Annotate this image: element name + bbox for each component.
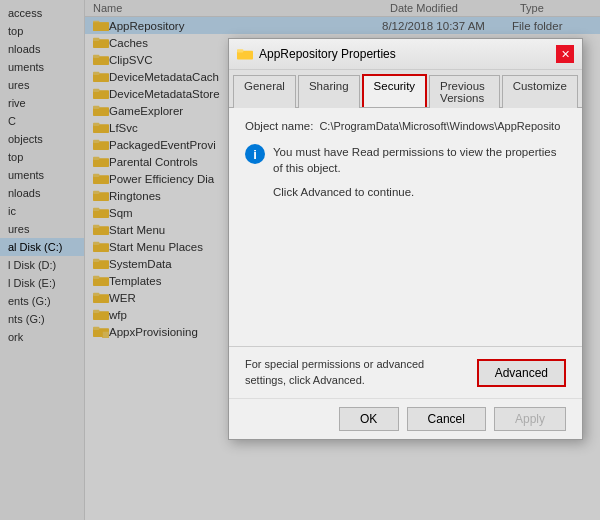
dialog-close-button[interactable]: ✕ <box>556 45 574 63</box>
tab-general[interactable]: General <box>233 75 296 108</box>
apply-button[interactable]: Apply <box>494 407 566 431</box>
click-advanced-text: Click Advanced to continue. <box>273 186 566 198</box>
tab-sharing[interactable]: Sharing <box>298 75 360 108</box>
tab-previous-versions[interactable]: Previous Versions <box>429 75 500 108</box>
dialog-spacer <box>245 214 566 334</box>
dialog-tabs: General Sharing Security Previous Versio… <box>229 70 582 108</box>
info-box: i You must have Read permissions to view… <box>245 144 566 176</box>
cancel-button[interactable]: Cancel <box>407 407 486 431</box>
object-name-value: C:\ProgramData\Microsoft\Windows\AppRepo… <box>319 120 560 132</box>
object-name-label: Object name: <box>245 120 313 132</box>
ok-button[interactable]: OK <box>339 407 399 431</box>
svg-rect-41 <box>237 49 243 52</box>
dialog-footer: OK Cancel Apply <box>229 398 582 439</box>
folder-properties-icon <box>237 46 253 62</box>
tab-customize[interactable]: Customize <box>502 75 578 108</box>
info-message: You must have Read permissions to view t… <box>273 144 566 176</box>
tab-security[interactable]: Security <box>362 74 428 107</box>
info-icon: i <box>245 144 265 164</box>
properties-dialog: AppRepository Properties ✕ General Shari… <box>228 38 583 440</box>
dialog-bottom: For special permissions or advanced sett… <box>229 346 582 398</box>
dialog-titlebar: AppRepository Properties ✕ <box>229 39 582 70</box>
bottom-left-text: For special permissions or advanced sett… <box>245 357 465 388</box>
dialog-title: AppRepository Properties <box>237 46 396 62</box>
dialog-content: Object name: C:\ProgramData\Microsoft\Wi… <box>229 108 582 346</box>
object-name-row: Object name: C:\ProgramData\Microsoft\Wi… <box>245 120 566 132</box>
dialog-title-text: AppRepository Properties <box>259 47 396 61</box>
advanced-button[interactable]: Advanced <box>477 359 566 387</box>
